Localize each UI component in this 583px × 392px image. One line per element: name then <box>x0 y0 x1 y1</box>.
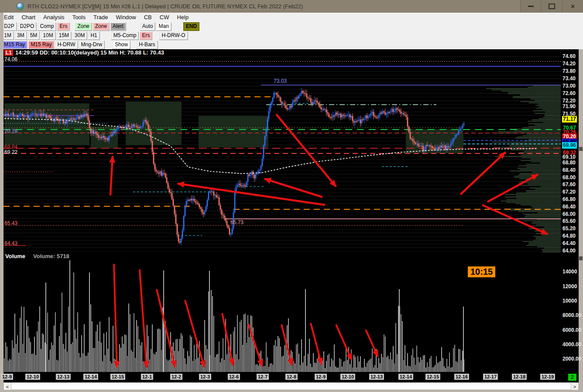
price-axis-tick: 67.20 <box>562 189 583 195</box>
volume-axis-tick: 2000.00 <box>562 356 583 362</box>
price-axis-tick: 74.20 <box>562 61 583 67</box>
price-axis-tick: 73.40 <box>562 75 583 82</box>
time-axis-label: 12-13 <box>369 374 384 380</box>
time-axis-label: 12-15 <box>425 374 440 380</box>
price-axis-tick: 67.60 <box>562 181 583 187</box>
volume-axis-tick: 4000.00 <box>562 341 583 348</box>
time-axis-label: 12-10 <box>340 374 355 380</box>
scrollbar-track[interactable] <box>11 382 571 390</box>
price-axis-tick: 66.80 <box>562 196 583 202</box>
window-bottom-border <box>0 390 583 392</box>
volume-value-label: Volume: 5718 <box>33 253 69 259</box>
feed-status-badge: L1 <box>4 50 13 56</box>
volume-axis-tick: 8000.00 <box>562 312 583 318</box>
horizontal-scrollbar[interactable]: < > <box>3 382 579 390</box>
application-window: RTH CLG22-NYMEX [CV][M] 15 Min #26 L:1 |… <box>0 0 583 392</box>
volume-axis-tick: 14000 <box>562 269 583 275</box>
volume-axis-tick: 6000.00 <box>562 327 583 333</box>
price-axis-highlight: 69.32 <box>562 150 577 156</box>
price-axis-tick: 66.00 <box>562 211 583 217</box>
time-axis-label: 12-9 <box>315 374 327 380</box>
price-axis-tick: 72.20 <box>562 98 583 104</box>
session-time-badge: 10:15 <box>468 266 495 277</box>
time-axis-label: 12-2 <box>170 374 182 380</box>
time-axis-label: 12-18 <box>512 374 527 380</box>
time-axis-label: 12-15 <box>110 374 125 380</box>
time-axis-label: 12-3 <box>199 374 211 380</box>
time-axis-label: 12-8 <box>285 374 298 380</box>
time-axis-label: 12-7 <box>257 374 269 380</box>
price-axis-tick: 74.60 <box>562 53 583 59</box>
price-axis-tick: 71.90 <box>562 103 583 109</box>
price-level-label: 65.43 <box>4 220 17 226</box>
price-axis-highlight: 69.96 <box>562 142 577 149</box>
price-axis-tick: 65.20 <box>562 225 583 232</box>
price-axis-tick: 72.60 <box>562 90 583 96</box>
time-axis-label: 12-17 <box>483 374 498 380</box>
time-axis-label: 12-6 <box>228 374 240 380</box>
price-axis-tick: 73.00 <box>562 83 583 89</box>
price-axis-tick: 73.80 <box>562 68 583 74</box>
volume-axis-tick: 12000 <box>562 283 583 290</box>
chart-canvas[interactable] <box>0 0 583 392</box>
time-axis-label: 12-16 <box>454 374 469 380</box>
price-level-label: 70.78 <box>4 128 17 134</box>
price-axis-tick: 64.00 <box>562 248 583 254</box>
price-axis-highlight: 71.17 <box>562 116 577 123</box>
time-axis-label: 12-19 <box>540 374 555 380</box>
page-number-badge: 2 <box>568 374 576 381</box>
price-axis-tick: 64.40 <box>562 240 583 246</box>
price-level-label: 65.73 <box>230 219 243 225</box>
price-axis-tick: 65.60 <box>562 218 583 224</box>
price-level-label: 64.43 <box>4 240 17 246</box>
time-axis-label: 12-13 <box>56 374 71 380</box>
time-axis-label: 12-14 <box>398 374 413 380</box>
price-axis-tick: 66.40 <box>562 204 583 210</box>
chart-status-line: L1 14:29:59 DD: 00:10:10(delayed) 15 Min… <box>4 49 164 56</box>
price-axis-tick: 68.00 <box>562 174 583 181</box>
status-text: 14:29:59 DD: 00:10:10(delayed) 15 Min H:… <box>15 49 164 56</box>
volume-pane-title: Volume <box>5 253 25 259</box>
time-axis-label: 12-14 <box>83 374 98 380</box>
time-axis-label: 12-1 <box>141 374 153 380</box>
price-axis-tick: 68.80 <box>562 160 583 166</box>
price-level-label: 69.22 <box>4 149 17 155</box>
price-level-label: 73.03 <box>274 78 287 84</box>
price-axis-tick: 68.40 <box>562 167 583 173</box>
volume-axis-tick: 10000 <box>562 298 583 304</box>
price-axis-tick: 64.80 <box>562 233 583 239</box>
time-axis-label: 12-10 <box>25 374 40 380</box>
time-axis-label: 12-9 <box>1 374 13 380</box>
price-level-label: 74.06 <box>4 56 17 62</box>
